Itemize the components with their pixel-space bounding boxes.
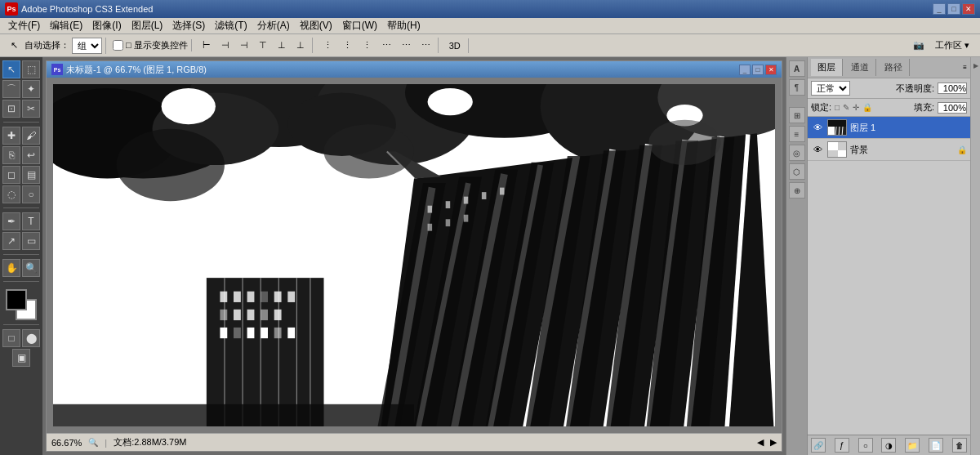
minimize-button[interactable]: _: [933, 3, 946, 15]
panel-icon-6[interactable]: ⬡: [789, 163, 805, 180]
distribute-bottom-button[interactable]: ⋯: [417, 38, 434, 53]
menu-filter[interactable]: 滤镜(T): [210, 18, 252, 33]
align-middle-button[interactable]: ⊥: [274, 38, 290, 53]
healing-brush-tool[interactable]: ✚: [2, 127, 20, 145]
dodge-tool[interactable]: ○: [22, 185, 40, 203]
menu-view[interactable]: 视图(V): [295, 18, 337, 33]
align-bottom-button[interactable]: ⊥: [292, 38, 309, 53]
lock-transparency-icon[interactable]: □: [835, 103, 840, 112]
pen-tool[interactable]: ✒: [2, 212, 20, 230]
align-center-h-button[interactable]: ⊣: [217, 38, 234, 53]
tool-divider-3: [3, 254, 39, 255]
layer-style-button[interactable]: ƒ: [835, 438, 849, 453]
menu-analyze[interactable]: 分析(A): [252, 18, 295, 33]
close-button[interactable]: ✕: [962, 3, 975, 15]
menu-select[interactable]: 选择(S): [167, 18, 210, 33]
char-icon-button[interactable]: A: [789, 60, 805, 77]
3d-mode-button[interactable]: 3D: [445, 38, 465, 53]
tab-channels[interactable]: 通道: [844, 59, 876, 76]
shape-tool[interactable]: ▭: [22, 232, 40, 250]
tab-layers[interactable]: 图层: [811, 59, 843, 76]
doc-minimize-button[interactable]: _: [739, 65, 751, 75]
maximize-button[interactable]: □: [947, 3, 960, 15]
new-layer-button[interactable]: 📄: [929, 438, 943, 453]
layer-1-visibility-toggle[interactable]: 👁: [811, 121, 824, 134]
path-selection-tool[interactable]: ↗: [2, 232, 20, 250]
foreground-color[interactable]: [6, 289, 27, 310]
show-transform-checkbox[interactable]: [113, 40, 123, 51]
layer-bg-visibility-toggle[interactable]: 👁: [811, 143, 824, 156]
hand-tool[interactable]: ✋: [2, 259, 20, 277]
lasso-tool[interactable]: ⌒: [2, 80, 20, 98]
zoom-tool[interactable]: 🔍: [22, 259, 40, 277]
history-brush-tool[interactable]: ↩: [22, 146, 40, 164]
move-tool-button[interactable]: ↖: [7, 38, 22, 53]
lock-move-icon[interactable]: ✛: [853, 103, 859, 112]
move-tool[interactable]: ↖: [2, 60, 20, 78]
collapse-arrow[interactable]: ▶: [973, 62, 978, 69]
document-controls[interactable]: _ □ ✕: [739, 65, 777, 75]
quickmask-mode-button[interactable]: ⬤: [22, 329, 40, 347]
document-titlebar: Ps 未标题-1 @ 66.7% (图层 1, RGB/8) _ □ ✕: [47, 61, 782, 78]
lock-all-icon[interactable]: 🔒: [862, 103, 872, 112]
svg-rect-67: [500, 188, 505, 195]
eraser-tool[interactable]: ◻: [2, 166, 20, 184]
brush-tool[interactable]: 🖌: [22, 127, 40, 145]
blur-tool[interactable]: ◌: [2, 185, 20, 203]
panel-icon-5[interactable]: ◎: [789, 145, 805, 161]
menu-window[interactable]: 窗口(W): [337, 18, 382, 33]
layer-item-1[interactable]: 👁 图层 1: [808, 117, 970, 139]
tool-row-5: ⎘ ↩: [2, 146, 40, 164]
clone-stamp-tool[interactable]: ⎘: [2, 146, 20, 164]
camera-button[interactable]: 📷: [909, 38, 929, 53]
magic-wand-tool[interactable]: ✦: [22, 80, 40, 98]
align-right-button[interactable]: ⊣: [236, 38, 252, 53]
lock-paint-icon[interactable]: ✎: [843, 103, 849, 112]
fill-label: 填充:: [914, 101, 934, 114]
add-mask-button[interactable]: ○: [858, 438, 873, 453]
doc-close-button[interactable]: ✕: [765, 65, 777, 75]
new-group-button[interactable]: 📁: [905, 438, 920, 453]
distribute-center-button[interactable]: ⋮: [339, 38, 356, 53]
distribute-middle-button[interactable]: ⋯: [398, 38, 415, 53]
distribute-left-button[interactable]: ⋮: [319, 38, 336, 53]
align-top-button[interactable]: ⊤: [255, 38, 271, 53]
menu-layer[interactable]: 图层(L): [127, 18, 168, 33]
slice-tool[interactable]: ✂: [22, 100, 40, 118]
fill-input[interactable]: [938, 102, 967, 114]
marquee-tool[interactable]: ⬚: [22, 60, 40, 78]
menu-help[interactable]: 帮助(H): [382, 18, 425, 33]
scroll-right-button[interactable]: ▶: [770, 437, 777, 448]
opacity-input[interactable]: [938, 83, 967, 94]
align-left-button[interactable]: ⊢: [198, 38, 215, 53]
distribute-top-button[interactable]: ⋯: [378, 38, 395, 53]
link-layers-button[interactable]: 🔗: [811, 438, 826, 453]
svg-rect-62: [53, 404, 414, 426]
tab-paths[interactable]: 路径: [878, 59, 910, 76]
panel-menu-arrow[interactable]: ≡: [963, 64, 967, 71]
para-icon-button[interactable]: ¶: [789, 79, 805, 96]
show-transform-label[interactable]: □ 显示变换控件: [113, 39, 188, 51]
svg-point-59: [116, 129, 225, 201]
add-adjustment-button[interactable]: ◑: [881, 438, 896, 453]
distribute-right-button[interactable]: ⋮: [359, 38, 376, 53]
gradient-tool[interactable]: ▤: [22, 166, 40, 184]
menu-edit[interactable]: 编辑(E): [45, 18, 87, 33]
auto-select-dropdown[interactable]: 组: [72, 38, 102, 54]
menu-file[interactable]: 文件(F): [3, 18, 45, 33]
doc-maximize-button[interactable]: □: [752, 65, 764, 75]
layer-item-background[interactable]: 👁 背景 🔒: [808, 139, 970, 161]
type-tool[interactable]: T: [22, 212, 40, 230]
screen-mode-button[interactable]: ▣: [12, 349, 30, 367]
standard-mode-button[interactable]: □: [2, 329, 20, 347]
menu-image[interactable]: 图像(I): [87, 18, 126, 33]
window-controls[interactable]: _ □ ✕: [933, 3, 975, 15]
panel-icon-7[interactable]: ⊕: [789, 182, 805, 199]
panel-icon-4[interactable]: ≡: [789, 126, 805, 142]
panel-icon-3[interactable]: ⊞: [789, 107, 805, 123]
scroll-left-button[interactable]: ◀: [757, 437, 764, 448]
delete-layer-button[interactable]: 🗑: [952, 438, 967, 453]
crop-tool[interactable]: ⊡: [2, 100, 20, 118]
blend-mode-select[interactable]: 正常: [811, 81, 850, 96]
workspace-button[interactable]: 工作区 ▾: [931, 37, 973, 54]
